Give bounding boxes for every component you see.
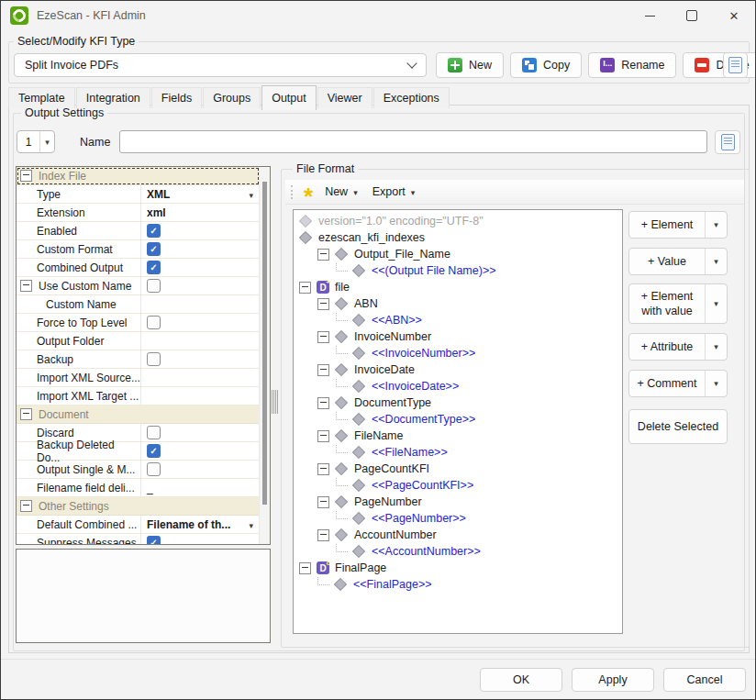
- tab-viewer[interactable]: Viewer: [317, 87, 372, 108]
- collapse-icon[interactable]: [317, 529, 329, 541]
- toolbar-grip[interactable]: [291, 185, 295, 199]
- delete-selected-button[interactable]: Delete Selected: [628, 409, 728, 444]
- property-value[interactable]: [141, 350, 260, 368]
- dropdown-arrow-icon[interactable]: [705, 284, 727, 323]
- tree-node-invoicenumber[interactable]: InvoiceNumber: [294, 328, 622, 345]
- collapse-icon[interactable]: [299, 282, 311, 294]
- ok-button[interactable]: OK: [480, 668, 562, 692]
- checkbox[interactable]: [147, 224, 161, 238]
- tree-node-finalpage[interactable]: <<FinalPage>>: [294, 576, 622, 593]
- tree-node-pagenumber[interactable]: PageNumber: [294, 494, 622, 510]
- collapse-icon[interactable]: [317, 397, 329, 409]
- toolbar-new-button[interactable]: New: [304, 184, 358, 200]
- collapse-icon[interactable]: [317, 249, 329, 261]
- dropdown-arrow-icon[interactable]: [705, 334, 727, 360]
- collapse-icon[interactable]: [20, 280, 32, 292]
- property-value[interactable]: [141, 277, 260, 294]
- collapse-icon[interactable]: [20, 500, 32, 512]
- dropdown-arrow-icon[interactable]: [705, 371, 727, 396]
- tree-node-pagecountkfi[interactable]: PageCountKFI: [294, 461, 622, 477]
- collapse-icon[interactable]: [317, 496, 329, 508]
- property-value[interactable]: [141, 240, 260, 258]
- collapse-icon[interactable]: [317, 298, 329, 310]
- panel-splitter[interactable]: [272, 390, 278, 414]
- tab-groups[interactable]: Groups: [203, 87, 261, 108]
- property-value[interactable]: xml: [141, 204, 260, 221]
- dropdown-arrow-icon[interactable]: [249, 518, 253, 531]
- tree-node-invoicedate[interactable]: <<InvoiceDate>>: [294, 378, 622, 394]
- checkbox[interactable]: [147, 352, 161, 366]
- property-value[interactable]: Filename of th...: [141, 516, 260, 533]
- property-value[interactable]: [141, 534, 260, 544]
- property-section-other-settings[interactable]: Other Settings: [17, 497, 260, 516]
- dropdown-arrow-icon[interactable]: [40, 138, 54, 147]
- maximize-button[interactable]: [671, 1, 713, 30]
- property-value[interactable]: [141, 424, 260, 441]
- property-value[interactable]: [141, 369, 260, 386]
- property-value[interactable]: [141, 387, 260, 405]
- element-with-value-button[interactable]: + Element with value: [628, 283, 728, 324]
- rename-button[interactable]: Rename: [588, 52, 676, 78]
- property-section-document[interactable]: Document: [17, 406, 260, 424]
- tree-node-documenttype[interactable]: DocumentType: [294, 394, 622, 411]
- tree-node-abn[interactable]: <<ABN>>: [294, 312, 622, 328]
- tree-node-invoicenumber[interactable]: <<InvoiceNumber>>: [294, 345, 622, 361]
- tree-node-file[interactable]: D+file: [294, 279, 622, 295]
- property-value[interactable]: [141, 295, 260, 313]
- dropdown-arrow-icon[interactable]: [705, 212, 727, 238]
- tree-node-pagenumber[interactable]: <<PageNumber>>: [294, 510, 622, 527]
- tree-node-output-file-name[interactable]: <<(Output File Name)>>: [294, 262, 622, 279]
- cancel-button[interactable]: Cancel: [663, 668, 746, 692]
- dropdown-arrow-icon[interactable]: [705, 249, 727, 274]
- collapse-icon[interactable]: [299, 562, 311, 574]
- checkbox[interactable]: [147, 242, 161, 256]
- kfi-notes-button[interactable]: [723, 52, 748, 78]
- index-selector[interactable]: 1: [17, 130, 55, 153]
- checkbox[interactable]: [147, 462, 161, 476]
- collapse-icon[interactable]: [317, 463, 329, 475]
- tree-node-ezescan-kfi-indexes[interactable]: ezescan_kfi_indexes: [294, 229, 622, 246]
- tab-fields[interactable]: Fields: [151, 87, 202, 108]
- comment-button[interactable]: + Comment: [628, 370, 728, 397]
- tab-integration[interactable]: Integration: [76, 87, 150, 108]
- name-input[interactable]: [119, 130, 707, 153]
- collapse-icon[interactable]: [317, 430, 329, 442]
- property-value[interactable]: [141, 442, 260, 460]
- checkbox[interactable]: [147, 261, 161, 274]
- name-notes-button[interactable]: [715, 130, 740, 154]
- tree-node-version-1-0-encoding-utf-8[interactable]: version="1.0" encoding="UTF-8": [294, 213, 622, 229]
- checkbox[interactable]: [147, 279, 161, 293]
- copy-button[interactable]: Copy: [510, 52, 582, 78]
- tree-node-abn[interactable]: ABN: [294, 295, 622, 312]
- collapse-icon[interactable]: [317, 331, 329, 343]
- scrollbar-thumb[interactable]: [262, 182, 267, 505]
- checkbox[interactable]: [147, 536, 161, 544]
- tree-node-accountnumber[interactable]: AccountNumber: [294, 527, 622, 543]
- toolbar-export-button[interactable]: Export: [372, 185, 416, 198]
- property-value[interactable]: XML: [141, 185, 260, 203]
- collapse-icon[interactable]: [20, 170, 32, 182]
- tree-node-filename[interactable]: <<FileName>>: [294, 444, 622, 461]
- tree-node-filename[interactable]: FileName: [294, 428, 622, 444]
- property-section-index-file[interactable]: Index File: [17, 167, 260, 185]
- kfi-type-combobox[interactable]: Split Invoice PDFs: [14, 53, 427, 77]
- collapse-icon[interactable]: [20, 408, 32, 420]
- new-button[interactable]: New: [436, 52, 504, 78]
- dropdown-arrow-icon[interactable]: [249, 188, 253, 201]
- property-value[interactable]: [141, 332, 260, 350]
- tab-exceptions[interactable]: Exceptions: [373, 87, 450, 108]
- checkbox[interactable]: [147, 426, 161, 439]
- property-value[interactable]: [141, 314, 260, 331]
- property-value[interactable]: [141, 461, 260, 478]
- tab-template[interactable]: Template: [8, 87, 75, 108]
- property-grid-scrollbar[interactable]: [259, 167, 270, 544]
- tab-output[interactable]: Output: [261, 85, 317, 110]
- minimize-button[interactable]: [628, 1, 671, 30]
- tree-node-invoicedate[interactable]: InvoiceDate: [294, 361, 622, 378]
- attribute-button[interactable]: + Attribute: [628, 333, 728, 361]
- property-value[interactable]: [141, 222, 260, 239]
- close-button[interactable]: [713, 1, 755, 30]
- tree-node-output-file-name[interactable]: Output_File_Name: [294, 246, 622, 262]
- value-button[interactable]: + Value: [628, 248, 728, 275]
- checkbox[interactable]: [147, 444, 161, 458]
